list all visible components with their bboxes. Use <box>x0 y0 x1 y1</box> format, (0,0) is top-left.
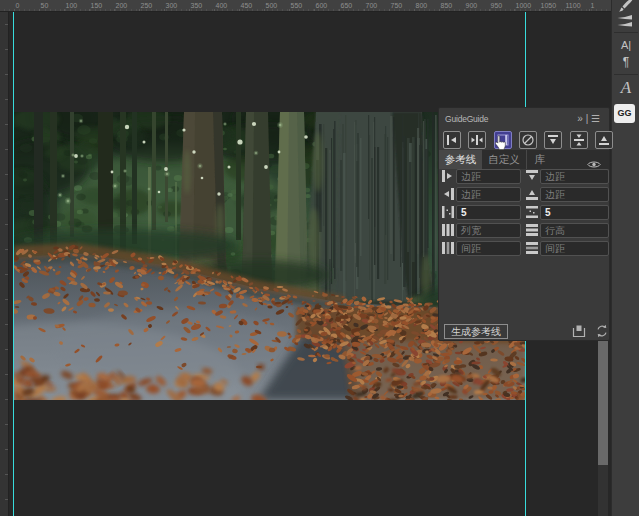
svg-text:A: A <box>620 78 632 97</box>
